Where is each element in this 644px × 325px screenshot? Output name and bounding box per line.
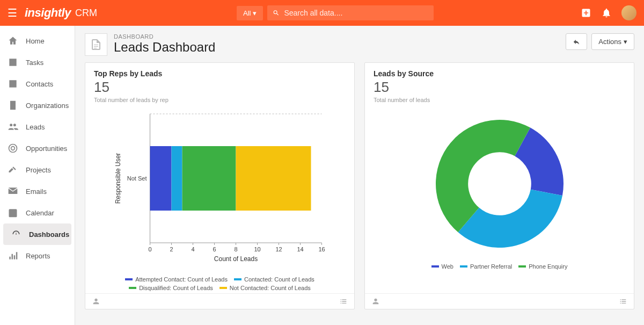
actions-label: Actions — [598, 38, 621, 46]
sidebar-item-label: Calendar — [26, 209, 54, 217]
card-value: 15 — [374, 79, 625, 96]
scope-label: All — [243, 9, 251, 17]
card-subtitle: Total number of leads — [374, 97, 625, 103]
sidebar-item-calendar[interactable]: Calendar — [0, 202, 75, 223]
sidebar-item-contacts[interactable]: Contacts — [0, 73, 75, 95]
actions-dropdown[interactable]: Actions ▾ — [591, 33, 634, 50]
sidebar-item-label: Reports — [26, 252, 50, 260]
calendar-icon — [8, 207, 18, 218]
svg-text:8: 8 — [234, 246, 237, 252]
mail-icon — [8, 186, 18, 197]
card-title: Top Reps by Leads — [94, 69, 346, 78]
reply-arrow-icon — [573, 38, 580, 46]
list-icon[interactable] — [619, 297, 627, 306]
svg-text:Responsible User: Responsible User — [114, 153, 122, 204]
home-icon — [8, 35, 18, 46]
sidebar-item-emails[interactable]: Emails — [0, 180, 75, 202]
chart-legend: Attempted Contact: Count of LeadsContact… — [92, 276, 348, 291]
svg-text:2: 2 — [170, 246, 173, 252]
target-icon — [8, 143, 18, 154]
contact-icon — [8, 78, 18, 89]
check-icon — [8, 57, 18, 68]
card-leads-source: Leads by Source 15 Total number of leads… — [364, 62, 634, 309]
sidebar: HomeTasksContactsOrganizationsLeadsOppor… — [0, 26, 75, 325]
bar-chart: 0246810121416Not SetCount of LeadsRespon… — [92, 109, 348, 270]
brand-product: CRM — [75, 8, 97, 19]
gauge-icon — [11, 229, 21, 240]
brand-logo: insightly — [25, 6, 71, 20]
svg-rect-22 — [236, 146, 311, 211]
chevron-down-icon: ▾ — [253, 9, 257, 17]
svg-text:16: 16 — [318, 246, 325, 252]
sidebar-item-label: Organizations — [26, 102, 69, 110]
sidebar-item-organizations[interactable]: Organizations — [0, 95, 75, 116]
sidebar-item-home[interactable]: Home — [0, 30, 75, 52]
avatar[interactable] — [621, 5, 636, 20]
svg-rect-19 — [150, 146, 172, 211]
svg-text:0: 0 — [148, 246, 151, 252]
person-icon[interactable] — [92, 297, 100, 306]
sidebar-item-dashboards[interactable]: Dashboards — [3, 223, 71, 245]
svg-text:4: 4 — [191, 246, 194, 252]
search-field[interactable] — [267, 5, 434, 20]
sidebar-item-tasks[interactable]: Tasks — [0, 52, 75, 73]
sidebar-item-projects[interactable]: Projects — [0, 159, 75, 180]
svg-text:Count of Leads: Count of Leads — [214, 255, 258, 263]
sidebar-item-label: Dashboards — [29, 230, 69, 239]
document-icon — [85, 33, 107, 56]
hamburger-icon[interactable]: ☰ — [8, 6, 17, 19]
person-icon[interactable] — [371, 297, 380, 306]
sidebar-item-leads[interactable]: Leads — [0, 116, 75, 138]
chart-legend: WebPartner ReferralPhone Enquiry — [431, 263, 568, 270]
bell-icon[interactable] — [601, 8, 612, 18]
svg-text:6: 6 — [213, 246, 216, 252]
svg-text:12: 12 — [275, 246, 282, 252]
sidebar-item-label: Tasks — [26, 59, 43, 67]
chevron-down-icon: ▾ — [624, 38, 627, 46]
search-icon — [273, 9, 280, 17]
card-value: 15 — [94, 79, 346, 96]
hammer-icon — [8, 164, 18, 175]
sidebar-item-label: Opportunities — [26, 145, 67, 153]
sidebar-item-label: Home — [26, 37, 45, 45]
breadcrumb: DASHBOARD — [114, 33, 215, 40]
search-input[interactable] — [284, 9, 428, 17]
add-icon[interactable] — [581, 8, 591, 18]
building-icon — [8, 100, 18, 111]
page-title: Leads Dashboard — [114, 40, 215, 55]
svg-text:10: 10 — [254, 246, 260, 252]
sidebar-item-reports[interactable]: Reports — [0, 245, 75, 266]
sidebar-item-label: Projects — [26, 166, 51, 174]
bars-icon — [8, 250, 18, 261]
back-button[interactable] — [566, 33, 587, 50]
sidebar-item-label: Emails — [26, 187, 47, 196]
card-top-reps: Top Reps by Leads 15 Total number of lea… — [85, 62, 355, 309]
list-icon[interactable] — [339, 297, 348, 306]
donut-chart — [425, 109, 575, 259]
scope-dropdown[interactable]: All ▾ — [237, 6, 263, 20]
svg-rect-20 — [172, 146, 182, 211]
svg-text:Not Set: Not Set — [127, 175, 147, 182]
topbar: ☰ insightly CRM All ▾ — [0, 0, 644, 26]
page-header: DASHBOARD Leads Dashboard Actions ▾ — [85, 33, 634, 56]
sidebar-item-label: Leads — [26, 123, 45, 131]
sidebar-item-label: Contacts — [26, 80, 53, 88]
group-icon — [8, 121, 18, 132]
card-title: Leads by Source — [374, 69, 625, 78]
svg-text:14: 14 — [297, 246, 303, 252]
card-subtitle: Total number of leads by rep — [94, 97, 346, 103]
sidebar-item-opportunities[interactable]: Opportunities — [0, 138, 75, 159]
svg-rect-21 — [182, 146, 236, 211]
